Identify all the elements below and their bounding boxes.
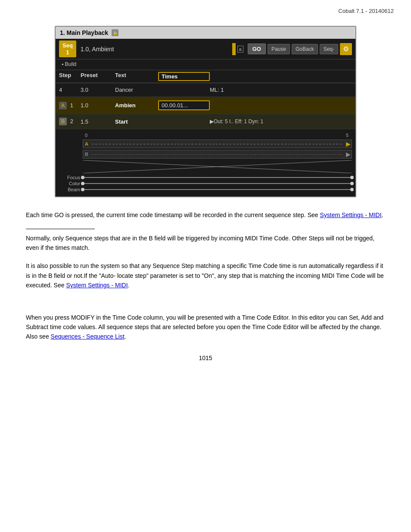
seq-row: Seq 1 1.0, Ambient a GO Pause GoBack Seq… (56, 39, 355, 59)
para1-link[interactable]: System Settings - MIDI (320, 212, 381, 218)
tc-bar-amber (232, 43, 236, 55)
para2-text: Normally, only Sequence steps that are i… (26, 235, 374, 251)
track-b-bar: B ▶ (83, 150, 352, 159)
row-b-step: 2 (70, 118, 73, 124)
seq-minus-button[interactable]: Seq- (320, 44, 338, 54)
main-playback-panel: 1. Main Playback 🔒 Seq 1 1.0, Ambient a … (55, 26, 356, 197)
para3-end: . (128, 282, 130, 289)
track-b-dashes (92, 154, 343, 155)
goback-button[interactable]: GoBack (292, 44, 318, 54)
focus-row: Focus (59, 175, 352, 180)
focus-line (83, 177, 352, 178)
row-a-step: 1 (70, 102, 73, 109)
color-row: Color (59, 181, 352, 186)
col-preset: Preset (81, 72, 115, 81)
track-a-row: A ▶ (59, 140, 352, 148)
para1-text: Each time GO is pressed, the current tim… (26, 212, 320, 218)
timeline-scale: 0 5 (85, 133, 349, 138)
track-a-start-marker: A (85, 141, 88, 146)
seq-label: 1.0, Ambient (81, 46, 228, 53)
build-row: ▪ Build (56, 59, 355, 70)
col-headers: Step Preset Text Times (56, 70, 355, 83)
color-line (83, 183, 352, 184)
a-marker: A (59, 102, 67, 109)
col-step: Step (59, 72, 81, 81)
version-header: Cobalt 7.1 - 20140612 (338, 8, 394, 14)
seq-badge: Seq 1 (59, 40, 76, 57)
scale-start: 0 (85, 133, 87, 138)
gear-button[interactable]: ⚙ (340, 43, 352, 55)
timecode-indicator: a (232, 43, 243, 55)
panel-title: 1. Main Playback (60, 29, 108, 36)
beam-label: Beam (59, 187, 83, 192)
panel-title-bar: 1. Main Playback 🔒 (56, 27, 355, 39)
row-a-marker: A 1 (59, 102, 81, 109)
body-para2: Normally, only Sequence steps that are i… (26, 233, 385, 253)
beam-dot-right (350, 188, 354, 191)
dancer-preset: 3.0 (81, 87, 115, 93)
tc-bar-small: a (237, 46, 243, 53)
focus-dot-right (350, 176, 354, 179)
row-a: A 1 1.0 Ambien 00.00.01... (56, 97, 355, 114)
dancer-ml: ML: 1 (210, 87, 352, 93)
body-para4: When you press MODIFY in the Time Code c… (26, 313, 385, 342)
color-label: Color (59, 181, 83, 186)
beam-dot-left (81, 188, 84, 191)
focus-dot-left (81, 176, 84, 179)
focus-label: Focus (59, 175, 83, 180)
cross-lines-svg (83, 160, 352, 173)
page-number: 1015 (26, 355, 385, 361)
track-b-row: B ▶ (59, 150, 352, 159)
row-a-preset: 1.0 (81, 102, 115, 109)
para1-end: . (382, 212, 383, 218)
row-a-text: Ambien (115, 102, 158, 109)
row-b-text: Start (115, 118, 158, 125)
b-marker: B (59, 118, 67, 125)
timeline-area: 0 5 A ▶ B (56, 129, 355, 196)
beam-line (83, 189, 352, 190)
track-a-bar: A ▶ (83, 140, 352, 148)
col-times: Times (158, 72, 210, 81)
beam-row: Beam (59, 187, 352, 192)
para3-link[interactable]: System Settings - MIDI (66, 282, 128, 289)
section-divider (26, 229, 95, 229)
col-text: Text (115, 72, 158, 81)
build-label: ▪ Build (59, 60, 79, 68)
row-b-marker: B 2 (59, 118, 81, 125)
btn-group: GO Pause GoBack Seq- ⚙ (248, 43, 352, 55)
row-b-extra: ▶Out: 5 I.. Eff: 1 Dyn: 1 (210, 118, 352, 124)
col-extra (210, 72, 352, 81)
para4-end: . (125, 333, 126, 340)
color-dot-right (350, 182, 354, 185)
version-text: Cobalt 7.1 - 20140612 (338, 8, 394, 14)
cross-lines-container (83, 160, 352, 173)
go-button[interactable]: GO (248, 44, 266, 54)
dancer-step: 4 (59, 87, 81, 93)
scale-end: 5 (346, 133, 349, 138)
pause-button[interactable]: Pause (268, 44, 290, 54)
track-b-arrow: ▶ (346, 151, 351, 158)
track-a-dashes (92, 144, 343, 144)
track-a-arrow: ▶ (346, 140, 351, 147)
dancer-row: 4 3.0 Dancer ML: 1 (56, 83, 355, 97)
para4-link[interactable]: Sequences - Sequence List (51, 333, 125, 340)
row-a-timecode: 00.00.01... (158, 100, 210, 110)
row-b: B 2 1.5 Start ▶Out: 5 I.. Eff: 1 Dyn: 1 (56, 114, 355, 129)
lock-icon: 🔒 (112, 29, 118, 36)
color-dot-left (81, 182, 84, 185)
dancer-text: Dancer (115, 87, 158, 93)
body-para1: Each time GO is pressed, the current tim… (26, 210, 385, 220)
row-b-preset: 1.5 (81, 118, 115, 125)
body-para3: It is also possible to run the system so… (26, 261, 385, 290)
track-b-start-marker: B (85, 152, 88, 157)
